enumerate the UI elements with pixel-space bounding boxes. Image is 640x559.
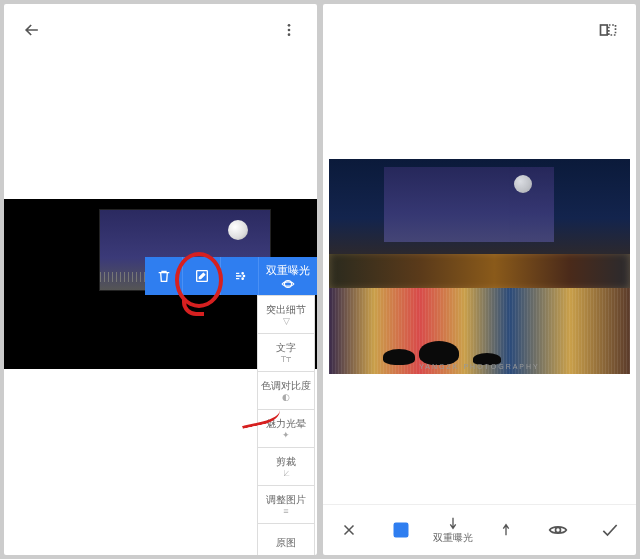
svg-point-12 [555, 528, 560, 533]
menu-item-label: 剪裁 [276, 455, 296, 469]
opacity-button[interactable] [486, 522, 526, 538]
svg-point-11 [403, 526, 405, 528]
edit-history-menu: 突出细节 ▽ 文字 Tᴛ 色调对比度 ◐ 魅力光晕 ✦ 剪裁 ⟀ 调整图片 ≡ [257, 295, 315, 555]
image-canvas-right: YANGZK PHOTOGRAPHY [329, 159, 630, 374]
cancel-button[interactable] [329, 521, 369, 539]
phone-screen-left: 双重曝光 突出细节 ▽ 文字 Tᴛ 色调对比度 ◐ 魅力光晕 ✦ [4, 4, 317, 555]
tune-icon: ≡ [283, 507, 288, 516]
menu-item-original[interactable]: 原图 [257, 524, 315, 555]
overlay-photo [384, 167, 554, 242]
menu-item-label: 魅力光晕 [266, 417, 306, 431]
svg-point-6 [242, 278, 243, 279]
bottom-toolbar: 双重曝光 [323, 504, 636, 555]
reedit-step-button[interactable] [183, 257, 221, 295]
photo-watermark: YANGZK PHOTOGRAPHY [329, 363, 630, 370]
menu-item-label: 突出细节 [266, 303, 306, 317]
edit-stack-head-label: 双重曝光 [266, 263, 310, 278]
svg-rect-9 [609, 25, 616, 35]
menu-item-label: 原图 [276, 536, 296, 550]
svg-point-5 [243, 275, 244, 276]
preview-button[interactable] [538, 523, 578, 537]
crop-icon: ⟀ [284, 469, 289, 478]
moon-icon [514, 175, 532, 193]
blend-mode-label: 双重曝光 [433, 531, 473, 545]
delete-step-button[interactable] [145, 257, 183, 295]
moon-icon [228, 220, 248, 240]
phone-screen-right: YANGZK PHOTOGRAPHY 双重曝光 [323, 4, 636, 555]
text-icon: Tᴛ [281, 355, 292, 364]
menu-item-tonal[interactable]: 色调对比度 ◐ [257, 372, 315, 410]
svg-point-1 [288, 29, 291, 32]
menu-item-crop[interactable]: 剪裁 ⟀ [257, 448, 315, 486]
svg-point-2 [288, 33, 291, 36]
apply-button[interactable] [590, 522, 630, 538]
tonal-icon: ◐ [282, 393, 290, 402]
topbar-left [4, 4, 317, 56]
edit-stack-head[interactable]: 双重曝光 [259, 257, 317, 295]
foreground-rocks [419, 341, 459, 365]
details-icon: ▽ [283, 317, 290, 326]
brush-mask-button[interactable] [221, 257, 259, 295]
menu-item-label: 文字 [276, 341, 296, 355]
back-button[interactable] [18, 16, 46, 44]
city-skyline [329, 254, 630, 293]
edit-stack-toolbar: 双重曝光 [145, 257, 317, 295]
topbar-right [323, 4, 636, 56]
compare-button[interactable] [594, 16, 622, 44]
blend-mode-button[interactable]: 双重曝光 [433, 515, 473, 545]
menu-item-detail[interactable]: 突出细节 ▽ [257, 295, 315, 334]
menu-item-label: 调整图片 [266, 493, 306, 507]
more-button[interactable] [275, 16, 303, 44]
menu-item-glamour[interactable]: 魅力光晕 ✦ [257, 410, 315, 448]
menu-item-tune[interactable]: 调整图片 ≡ [257, 486, 315, 524]
svg-point-4 [242, 273, 243, 274]
menu-item-text[interactable]: 文字 Tᴛ [257, 334, 315, 372]
menu-item-label: 色调对比度 [261, 379, 311, 393]
add-image-button[interactable] [381, 521, 421, 539]
glow-icon: ✦ [282, 431, 290, 440]
svg-rect-8 [601, 25, 608, 35]
water-reflection [329, 288, 630, 374]
svg-point-0 [288, 24, 291, 27]
